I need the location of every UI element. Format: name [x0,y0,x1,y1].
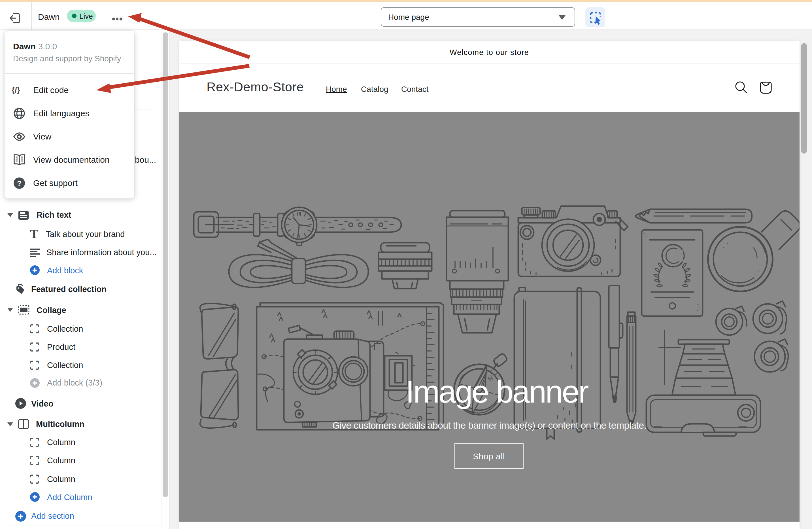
svg-text:?: ? [17,179,21,187]
